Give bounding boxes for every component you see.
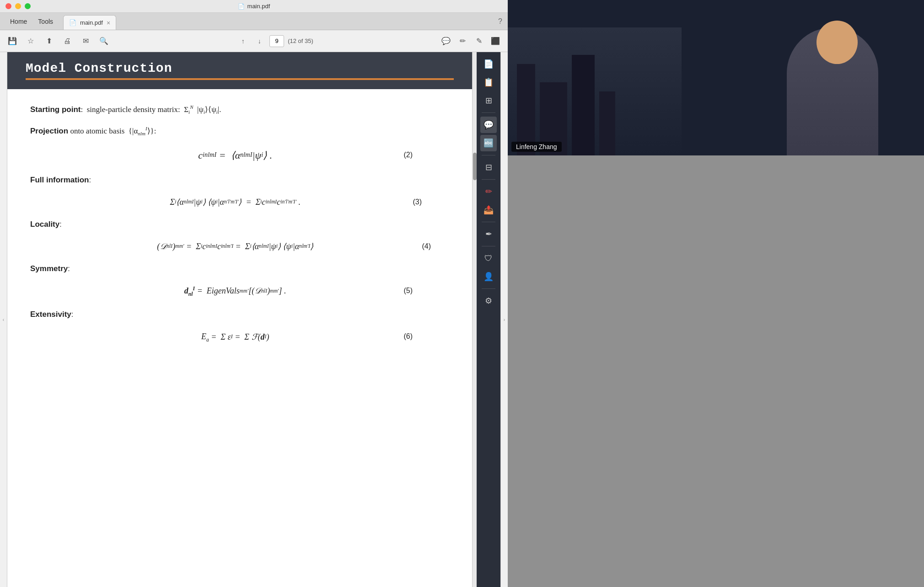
- comment-button[interactable]: 💬: [439, 34, 453, 48]
- slide-body: Starting point : single-particle density…: [7, 89, 472, 368]
- equation-5-block: dnlI = EigenValsmm' [(𝒟nlI)mm'] . (5): [67, 283, 413, 299]
- left-panel-toggle[interactable]: ‹: [0, 52, 7, 587]
- window-controls: [5, 3, 31, 9]
- symmetry-colon: :: [68, 262, 70, 276]
- page-down-button[interactable]: ↓: [253, 35, 266, 48]
- highlight-button[interactable]: ✎: [472, 34, 486, 48]
- projection-text: onto atomic basis {|αnlmI⟩}:: [68, 124, 156, 139]
- sidebar-pen-red-icon[interactable]: ✏: [480, 183, 497, 200]
- equation-6-formula: Ea = Σ εI = Σ ℱ(dI): [67, 329, 403, 345]
- back-button[interactable]: ⬆: [42, 34, 56, 48]
- extensivity-line: Extensivity :: [30, 308, 449, 322]
- equation-5-number: (5): [403, 284, 413, 298]
- window-title-text: main.pdf: [247, 3, 270, 10]
- speaker-name-label: Linfeng Zhang: [511, 142, 562, 152]
- right-sidebar: 📄 📋 ⊞ 💬 🔤 ⊟ ✏ 📤 ✒ 🛡 👤 ⚙: [477, 52, 500, 587]
- slide-decorative-bar: [26, 78, 454, 80]
- full-information-label: Full information: [30, 173, 89, 187]
- video-container: Linfeng Zhang: [508, 0, 924, 155]
- minimize-button[interactable]: [15, 3, 21, 9]
- pdf-tab-icon: 📄: [69, 19, 76, 26]
- maximize-button[interactable]: [25, 3, 31, 9]
- equation-3-number: (3): [413, 196, 422, 209]
- symmetry-line: Symmetry :: [30, 262, 449, 276]
- equation-2-formula: cinlmI = ⟨αnlmI|ψi⟩ .: [67, 146, 403, 165]
- pdf-scrollbar[interactable]: [472, 52, 477, 587]
- equation-6-number: (6): [403, 330, 413, 343]
- sidebar-table-icon[interactable]: ⊟: [480, 159, 497, 176]
- sidebar-pen2-icon[interactable]: ✒: [480, 226, 497, 242]
- app-window: 📄 main.pdf Home Tools 📄 main.pdf × ? 💾 ☆…: [0, 0, 508, 587]
- full-information-colon: :: [89, 174, 91, 187]
- pdf-scrollbar-thumb[interactable]: [473, 153, 477, 180]
- sidebar-face-icon[interactable]: 👤: [480, 268, 497, 285]
- toolbar: 💾 ☆ ⬆ 🖨 ✉ 🔍 ↑ ↓ (12 of 35) 💬 ✏ ✎ ⬛: [0, 30, 508, 52]
- extensivity-label: Extensivity: [30, 308, 71, 322]
- toolbar-right: 💬 ✏ ✎ ⬛: [439, 34, 502, 48]
- sidebar-shield-icon[interactable]: 🛡: [480, 250, 497, 267]
- sidebar-separator-3: [482, 179, 495, 180]
- locality-colon: :: [59, 218, 61, 231]
- projection-label: Projection: [30, 124, 68, 139]
- sidebar-translate-icon[interactable]: 🔤: [480, 135, 497, 151]
- symmetry-label: Symmetry: [30, 262, 68, 276]
- equation-3-block: Σi ⟨αnlmI|ψi⟩ ⟨ψi|αn'l'm'I'⟩ = Σi cinlmI…: [58, 195, 422, 209]
- sidebar-export-icon[interactable]: 📤: [480, 202, 497, 218]
- tab-label: main.pdf: [80, 19, 103, 26]
- pen-button[interactable]: ✏: [456, 34, 469, 48]
- share-button[interactable]: ⬛: [489, 34, 502, 48]
- mail-button[interactable]: ✉: [79, 34, 92, 48]
- bookmark-button[interactable]: ☆: [24, 34, 38, 48]
- projection-line: Projection onto atomic basis {|αnlmI⟩}:: [30, 124, 449, 139]
- title-bar: 📄 main.pdf: [0, 0, 508, 13]
- equation-6-block: Ea = Σ εI = Σ ℱ(dI) (6): [67, 329, 413, 345]
- locality-label: Locality: [30, 218, 59, 232]
- equation-3-formula: Σi ⟨αnlmI|ψi⟩ ⟨ψi|αn'l'm'I'⟩ = Σi cinlmI…: [58, 195, 413, 209]
- equation-2-block: cinlmI = ⟨αnlmI|ψi⟩ . (2): [67, 146, 413, 165]
- nav-menu: Home Tools: [0, 13, 63, 30]
- main-area: ‹ Model Construction Starting point : si…: [0, 52, 508, 587]
- sidebar-settings-icon[interactable]: ⚙: [480, 293, 497, 309]
- right-background: [508, 155, 924, 587]
- close-button[interactable]: [5, 3, 11, 9]
- starting-point-label: Starting point: [30, 103, 81, 117]
- print-button[interactable]: 🖨: [60, 34, 74, 48]
- search-button[interactable]: 🔍: [97, 34, 111, 48]
- right-panel-toggle[interactable]: ›: [500, 52, 508, 587]
- slide-header: Model Construction: [7, 52, 472, 89]
- sidebar-separator-6: [482, 288, 495, 289]
- equation-2-number: (2): [403, 149, 413, 162]
- page-total: (12 of 35): [288, 37, 313, 44]
- equation-4-number: (4): [422, 240, 431, 253]
- starting-point-text: : single-particle density matrix: ΣiN |ψ…: [81, 103, 221, 117]
- page-up-button[interactable]: ↑: [236, 35, 249, 48]
- tab-bar: Home Tools 📄 main.pdf × ?: [0, 13, 508, 30]
- extensivity-colon: :: [71, 308, 73, 321]
- equation-4-block: (𝒟nlI)mm' = Σi cinlmI cinlm'I = Σi ⟨αnlm…: [48, 239, 431, 254]
- window-title: 📄 main.pdf: [238, 3, 270, 10]
- page-number-input[interactable]: [269, 35, 284, 47]
- save-button[interactable]: 💾: [5, 34, 19, 48]
- locality-line: Locality :: [30, 218, 449, 232]
- tab-close-button[interactable]: ×: [107, 20, 110, 26]
- sidebar-pdf2-icon[interactable]: 📋: [480, 74, 497, 91]
- page-navigation: ↑ ↓ (12 of 35): [115, 35, 435, 48]
- sidebar-separator-5: [482, 246, 495, 246]
- home-nav[interactable]: Home: [5, 15, 32, 28]
- equation-4-formula: (𝒟nlI)mm' = Σi cinlmI cinlm'I = Σi ⟨αnlm…: [48, 239, 422, 254]
- sidebar-chat-icon[interactable]: 💬: [480, 117, 497, 133]
- slide-title: Model Construction: [26, 61, 454, 75]
- equation-5-formula: dnlI = EigenValsmm' [(𝒟nlI)mm'] .: [67, 283, 403, 299]
- sidebar-grid-icon[interactable]: ⊞: [480, 92, 497, 109]
- pdf-page: Model Construction Starting point : sing…: [7, 52, 472, 587]
- active-tab[interactable]: 📄 main.pdf ×: [63, 15, 116, 30]
- help-button[interactable]: ?: [498, 17, 502, 26]
- tools-nav[interactable]: Tools: [32, 15, 59, 28]
- full-information-line: Full information :: [30, 173, 449, 187]
- sidebar-pdf-icon[interactable]: 📄: [480, 56, 497, 72]
- starting-point-line: Starting point : single-particle density…: [30, 103, 449, 117]
- pdf-icon: 📄: [238, 3, 245, 10]
- sidebar-separator-1: [482, 112, 495, 113]
- sidebar-separator-4: [482, 222, 495, 222]
- sidebar-separator-2: [482, 155, 495, 155]
